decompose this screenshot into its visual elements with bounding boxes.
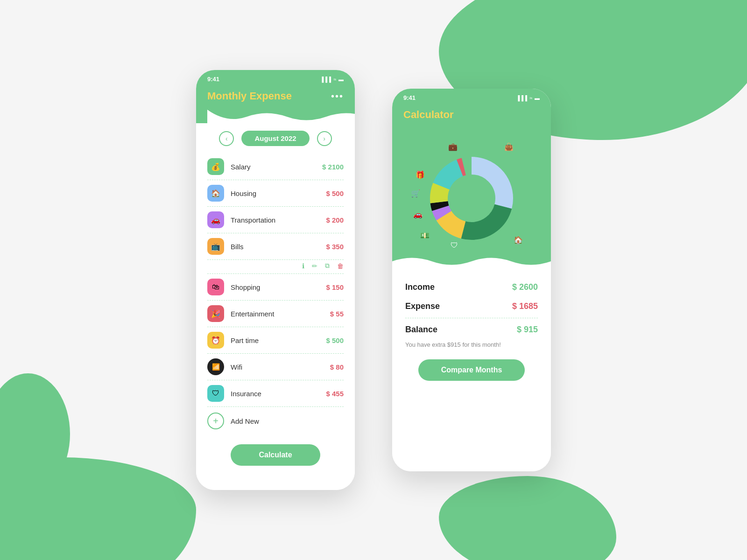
expense-amount: $ 455 bbox=[326, 390, 344, 398]
svg-point-8 bbox=[448, 175, 495, 222]
wifi-icon-2: ≈ bbox=[529, 95, 532, 101]
transport-icon: 🚗 bbox=[207, 211, 224, 228]
list-item: 🛡 Insurance $ 455 bbox=[207, 380, 344, 407]
item-action-row: ℹ ✏ ⧉ 🗑 bbox=[207, 260, 344, 274]
copy-icon[interactable]: ⧉ bbox=[325, 262, 330, 270]
add-new-row: + Add New bbox=[207, 407, 344, 435]
expense-amount: $ 2100 bbox=[322, 163, 344, 171]
phone1-header: Monthly Expense ••• bbox=[196, 86, 355, 123]
list-item: 🏠 Housing $ 500 bbox=[207, 180, 344, 207]
income-value: $ 2600 bbox=[512, 282, 538, 292]
expense-name: Insurance bbox=[231, 390, 319, 398]
expense-name: Bills bbox=[231, 243, 319, 251]
info-icon[interactable]: ℹ bbox=[302, 262, 304, 270]
calculate-section: Calculate bbox=[196, 435, 355, 490]
expense-amount: $ 200 bbox=[326, 216, 344, 224]
expense-value: $ 1685 bbox=[512, 301, 538, 311]
expense-name: Shopping bbox=[231, 283, 319, 291]
expense-amount: $ 500 bbox=[326, 336, 344, 344]
compare-months-button[interactable]: Compare Months bbox=[418, 359, 524, 381]
insurance-icon: 🛡 bbox=[207, 385, 224, 402]
list-item: 🛍 Shopping $ 150 bbox=[207, 274, 344, 301]
status-icons-1: ▐▐▐ ≈ ▬ bbox=[320, 77, 344, 82]
edit-icon[interactable]: ✏ bbox=[312, 262, 317, 270]
expense-name: Part time bbox=[231, 336, 319, 344]
phone-calculator: 9:41 ▐▐▐ ≈ ▬ Calculator 💼 👜 🎁 🛒 🚗 💵 🛡 bbox=[392, 89, 551, 471]
list-item: 📶 Wifi $ 80 bbox=[207, 354, 344, 380]
summary-section: Income $ 2600 Expense $ 1685 Balance $ 9… bbox=[392, 268, 551, 471]
expense-name: Transportation bbox=[231, 216, 319, 224]
list-item: 🚗 Transportation $ 200 bbox=[207, 207, 344, 233]
balance-value: $ 915 bbox=[517, 325, 538, 335]
expense-amount: $ 150 bbox=[326, 283, 344, 291]
expense-name: Entertainment bbox=[231, 310, 324, 318]
signal-icon-2: ▐▐▐ bbox=[516, 95, 527, 101]
chart-wave bbox=[392, 254, 551, 268]
add-new-label: Add New bbox=[231, 417, 259, 425]
battery-icon: ▬ bbox=[338, 77, 344, 82]
expense-amount: $ 500 bbox=[326, 189, 344, 197]
battery-icon-2: ▬ bbox=[535, 95, 540, 101]
parttime-icon: ⏰ bbox=[207, 332, 224, 349]
wifi-item-icon: 📶 bbox=[207, 358, 224, 375]
list-item: ⏰ Part time $ 500 bbox=[207, 327, 344, 354]
balance-row: Balance $ 915 bbox=[405, 320, 538, 339]
prev-month-button[interactable]: ‹ bbox=[219, 131, 234, 146]
status-icons-2: ▐▐▐ ≈ ▬ bbox=[516, 95, 540, 101]
expense-name: Salary bbox=[231, 163, 316, 171]
expense-amount: $ 55 bbox=[330, 310, 344, 318]
expense-list: 💰 Salary $ 2100 🏠 Housing $ 500 🚗 Transp… bbox=[196, 154, 355, 435]
calc-title: Calculator bbox=[403, 109, 540, 128]
expense-name: Housing bbox=[231, 189, 319, 197]
balance-note: You have extra $915 for this month! bbox=[405, 339, 538, 356]
summary-divider bbox=[405, 318, 538, 318]
list-item: 💰 Salary $ 2100 bbox=[207, 154, 344, 180]
calc-header: Calculator bbox=[392, 105, 551, 128]
income-row: Income $ 2600 bbox=[405, 278, 538, 297]
app-title-1: Monthly Expense bbox=[207, 90, 292, 102]
income-label: Income bbox=[405, 282, 435, 292]
signal-icon: ▐▐▐ bbox=[320, 77, 331, 82]
chart-area: 💼 👜 🎁 🛒 🚗 💵 🛡 🏠 bbox=[392, 128, 551, 268]
chart-container: 💼 👜 🎁 🛒 🚗 💵 🛡 🏠 bbox=[406, 138, 537, 259]
expense-label: Expense bbox=[405, 301, 440, 311]
month-selector: ‹ August 2022 › bbox=[196, 123, 355, 154]
header-wave bbox=[207, 110, 355, 124]
more-options-button[interactable]: ••• bbox=[331, 91, 344, 102]
wifi-icon: ≈ bbox=[333, 77, 336, 82]
expense-row: Expense $ 1685 bbox=[405, 297, 538, 316]
calculate-button[interactable]: Calculate bbox=[231, 444, 320, 466]
balance-label: Balance bbox=[405, 325, 437, 335]
add-new-button[interactable]: + bbox=[207, 413, 224, 429]
expense-amount: $ 80 bbox=[330, 363, 344, 371]
shopping-icon: 🛍 bbox=[207, 279, 224, 295]
delete-icon[interactable]: 🗑 bbox=[337, 262, 344, 270]
housing-icon: 🏠 bbox=[207, 185, 224, 202]
phone-monthly-expense: 9:41 ▐▐▐ ≈ ▬ Monthly Expense ••• ‹ Augus… bbox=[196, 70, 355, 490]
status-time-2: 9:41 bbox=[403, 94, 416, 101]
month-badge: August 2022 bbox=[241, 131, 309, 146]
expense-amount: $ 350 bbox=[326, 243, 344, 251]
next-month-button[interactable]: › bbox=[317, 131, 332, 146]
salary-icon: 💰 bbox=[207, 158, 224, 175]
status-bar-1: 9:41 ▐▐▐ ≈ ▬ bbox=[196, 70, 355, 86]
expense-name: Wifi bbox=[231, 363, 324, 371]
bills-icon: 📺 bbox=[207, 238, 224, 255]
cart-chart-icon: 🛒 bbox=[411, 189, 420, 198]
entertainment-icon: 🎉 bbox=[207, 305, 224, 322]
list-item: 🎉 Entertainment $ 55 bbox=[207, 301, 344, 327]
status-time-1: 9:41 bbox=[207, 76, 219, 83]
donut-chart bbox=[420, 147, 523, 250]
status-bar-2: 9:41 ▐▐▐ ≈ ▬ bbox=[392, 89, 551, 105]
list-item: 📺 Bills $ 350 bbox=[207, 233, 344, 260]
